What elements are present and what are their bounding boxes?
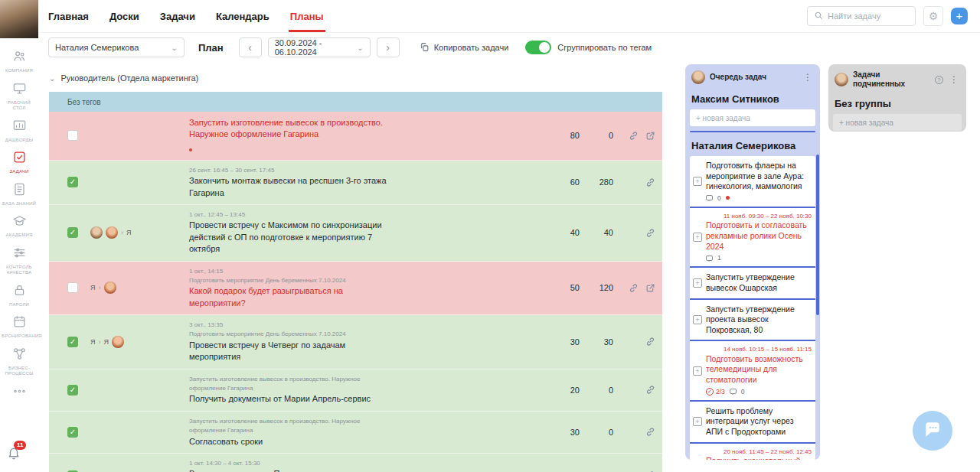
dashboard-icon	[12, 119, 27, 136]
task-checkbox[interactable]	[67, 130, 78, 141]
add-to-plan-icon[interactable]	[693, 177, 702, 186]
task-checkbox[interactable]	[67, 385, 78, 396]
add-to-plan-icon[interactable]	[693, 278, 702, 288]
sidebar-item-label: БРОНИРОВАНИЯ	[2, 334, 37, 340]
sidebar-item-desktop[interactable]: РАБОЧИЙ СТОЛ	[0, 81, 38, 112]
comments-count: 0	[741, 388, 745, 396]
table-row[interactable]: 1 окт. 14:30 – 4 окт. 15:30 Внести корре…	[49, 454, 662, 472]
add-button[interactable]	[951, 8, 968, 24]
queue-task-card[interactable]: Решить проблему интеграции услуг через А…	[690, 402, 815, 444]
task-title[interactable]: Провести встречу в Четверг по задачам ме…	[189, 340, 390, 363]
add-to-plan-icon[interactable]	[693, 366, 702, 376]
nav-home[interactable]: Главная	[48, 0, 89, 32]
add-to-plan-icon[interactable]	[693, 233, 702, 242]
table-row[interactable]: Запустить изготовление вывесок в произво…	[49, 369, 662, 412]
table-row[interactable]: 26 сент. 16:45 – 30 сент. 17:45 Закончит…	[49, 161, 662, 205]
collapse-chevron-icon[interactable]	[49, 74, 55, 83]
move-forward-icon[interactable]	[645, 283, 655, 293]
task-title-line2[interactable]: Наружное оформление Гагарина	[189, 129, 390, 140]
nav-boards[interactable]: Доски	[109, 0, 139, 32]
task-checkbox[interactable]	[67, 427, 78, 438]
user-filter-value: Наталия Семерикова	[55, 43, 139, 52]
table-row[interactable]: Я 1 окт., 14:15 Подготовить мероприятие …	[49, 262, 662, 316]
delegation-chevron-icon	[99, 338, 101, 346]
table-row[interactable]: Запустить изготовление вывесок в произво…	[49, 412, 662, 454]
task-checkbox[interactable]	[67, 177, 78, 187]
comments-count: 1	[717, 254, 721, 262]
link-icon[interactable]	[629, 283, 639, 293]
sidebar-item-passwords[interactable]: ПАРОЛИ	[0, 283, 38, 308]
link-icon[interactable]	[645, 228, 655, 238]
next-period-button[interactable]	[377, 37, 400, 57]
queue-task-card[interactable]: Запустить утверждение вывесок Ошарская	[690, 268, 815, 299]
task-title[interactable]: Закончить монтаж вывески на респшен 3-го…	[189, 175, 390, 199]
task-title[interactable]: Провести встречу с Максимом по синхрониз…	[189, 220, 390, 255]
task-checkbox[interactable]	[67, 337, 78, 347]
user-avatar[interactable]	[0, 0, 38, 38]
link-icon[interactable]	[645, 337, 655, 347]
sidebar-item-bookings[interactable]: БРОНИРОВАНИЯ	[0, 314, 38, 340]
panel-menu-icon[interactable]	[948, 74, 960, 85]
search-input[interactable]	[828, 11, 909, 21]
group-by-tags-toggle[interactable]	[525, 41, 551, 54]
date-range-select[interactable]: 30.09.2024 - 06.10.2024	[268, 37, 371, 57]
task-title[interactable]: Внести коррективы в Положение по програм…	[189, 468, 390, 472]
copy-tasks-button[interactable]: Копировать задачи	[420, 42, 509, 54]
task-checkbox[interactable]	[67, 227, 78, 238]
sidebar-item-knowledge-base[interactable]: БАЗА ЗНАНИЙ	[0, 182, 38, 207]
plan-hours: 20	[546, 386, 580, 395]
queue-task-card[interactable]: Подготовить флаеры на мероприятие в зале…	[690, 156, 815, 208]
document-icon	[12, 182, 27, 200]
queue-task-title: Запустить утверждение вывесок Ошарская	[706, 272, 812, 293]
link-icon[interactable]	[645, 427, 655, 437]
sidebar-item-academy[interactable]: АКАДЕМИЯ	[0, 213, 38, 239]
queue-task-card[interactable]: 14 нояб. 10:15 – 15 нояб. 11:15 Подготов…	[690, 341, 815, 401]
sidebar-item-company[interactable]: КОМПАНИЯ	[0, 49, 38, 74]
flowchart-icon	[12, 347, 27, 364]
add-to-plan-icon[interactable]	[693, 417, 702, 426]
add-to-plan-icon[interactable]	[693, 315, 702, 324]
nav-calendar[interactable]: Календарь	[216, 0, 270, 32]
sidebar-item-tasks[interactable]: ЗАДАЧИ	[0, 150, 38, 175]
copy-tasks-label: Копировать задачи	[434, 43, 509, 52]
assignee-me-chip: Я	[90, 338, 96, 346]
link-icon[interactable]	[629, 131, 639, 141]
new-task-input[interactable]	[833, 114, 962, 131]
nav-plans[interactable]: Планы	[290, 0, 324, 32]
link-icon[interactable]	[645, 177, 655, 187]
task-title[interactable]: Согласовать сроки	[189, 436, 390, 448]
link-icon[interactable]	[645, 385, 655, 395]
plan-label: План	[198, 42, 224, 54]
queue-task-title: Подготовить возможность телемедицины для…	[706, 354, 812, 386]
sidebar-item-more[interactable]	[0, 384, 38, 402]
prev-period-button[interactable]	[239, 37, 262, 57]
sidebar-item-dashboards[interactable]: ДАШБОРДЫ	[0, 119, 38, 144]
nav-tasks[interactable]: Задачи	[160, 0, 195, 32]
queue-task-card[interactable]: 11 нояб. 09:30 – 22 нояб. 10:30 Подготов…	[690, 208, 815, 268]
new-task-input[interactable]	[690, 109, 815, 126]
task-checkbox[interactable]	[67, 282, 78, 293]
chat-button[interactable]	[913, 411, 952, 451]
queue-task-card[interactable]: 20 нояб. 11:45 – 22 нояб. 12:45 Получить…	[690, 444, 815, 460]
user-filter-select[interactable]: Наталия Семерикова	[48, 37, 185, 57]
queue-task-title: Запустить утверждение проекта вывесок По…	[706, 304, 812, 336]
info-icon[interactable]	[935, 76, 943, 84]
sidebar-item-label: БИЗНЕС-ПРОЦЕССЫ	[2, 366, 37, 377]
table-row[interactable]: Я Я 3 окт., 13:35 Подготовить мероприяти…	[49, 315, 662, 369]
sidebar-item-business-processes[interactable]: БИЗНЕС-ПРОЦЕССЫ	[0, 347, 38, 377]
queue-task-dates: 14 нояб. 10:15 – 15 нояб. 11:15	[706, 346, 812, 353]
table-row[interactable]: Запустить изготовление вывесок в произво…	[49, 112, 662, 161]
task-title[interactable]: Получить документы от Марии Апрель-серви…	[189, 393, 390, 405]
sidebar-item-quality-control[interactable]: КОНТРОЛЬ КАЧЕСТВА	[0, 246, 38, 276]
notifications-badge: 11	[14, 441, 26, 450]
queue-scrollbar[interactable]	[816, 155, 819, 315]
panel-menu-icon[interactable]	[802, 72, 814, 83]
table-row[interactable]: Я 1 окт., 12:45 – 13:45 Провести встречу…	[49, 205, 662, 262]
queue-task-card[interactable]: Запустить утверждение проекта вывесок По…	[690, 300, 815, 342]
task-title[interactable]: Какой подарок будет разыгрываться на мер…	[189, 285, 390, 309]
move-forward-icon[interactable]	[645, 131, 655, 141]
settings-gear-icon[interactable]	[923, 6, 943, 26]
task-title[interactable]: Запустить изготовление вывесок в произво…	[189, 117, 390, 129]
fact-hours: 0	[580, 131, 613, 140]
notifications-bell[interactable]: 11	[7, 446, 21, 463]
